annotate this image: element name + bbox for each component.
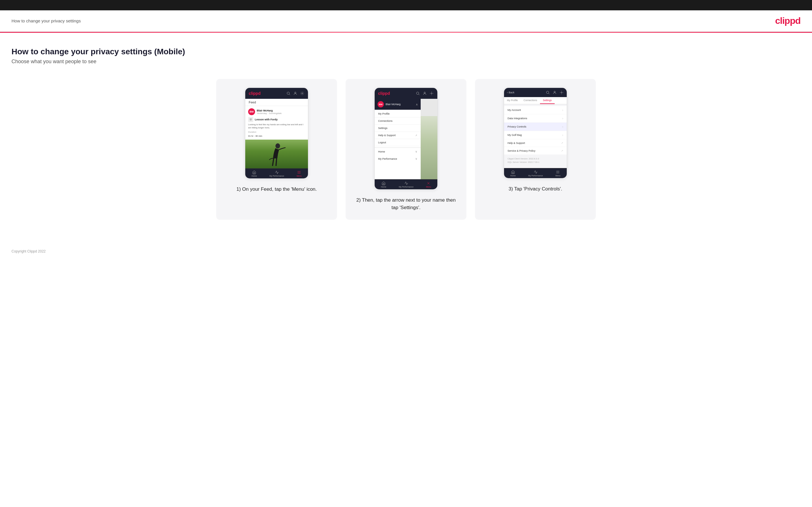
- feed-image: [245, 139, 308, 168]
- settings-item-my-account-label: My Account: [507, 109, 521, 111]
- nav-menu: Menu: [297, 170, 302, 177]
- settings-header-bar: ‹ Back: [504, 88, 567, 97]
- svg-point-11: [431, 93, 432, 94]
- phone-2-bottom-nav: Home My Performance Menu: [375, 179, 437, 189]
- svg-line-15: [549, 93, 550, 94]
- nav3-menu-label: Menu: [556, 175, 561, 177]
- settings-tabs: My Profile Connections Settings: [504, 97, 567, 104]
- search-icon-3: [546, 90, 550, 95]
- phone-2-icons: [415, 91, 434, 96]
- feed-user-name: Blair McHarg: [257, 109, 282, 112]
- nav-home-label: Home: [252, 175, 257, 177]
- feed-user-meta: Yesterday · Sunningdale: [257, 112, 282, 115]
- privacy-controls-chevron: ›: [562, 125, 563, 128]
- feed-post-title-row: Lesson with Fordy: [248, 117, 305, 122]
- svg-point-16: [554, 91, 556, 93]
- menu-nav-home: Home ∨: [375, 148, 421, 155]
- settings-icon-3: [559, 90, 564, 95]
- menu-user-left: BM Blair McHarg: [377, 101, 401, 107]
- phone-1-icons: [286, 91, 305, 96]
- feed-post-title: Lesson with Fordy: [255, 118, 278, 121]
- nav2-performance: My Performance: [399, 181, 413, 188]
- menu-user-chevron: ∧: [416, 103, 418, 106]
- service-privacy-external: ↗: [561, 149, 563, 152]
- copyright: Copyright Clippd 2022: [11, 249, 46, 253]
- lesson-icon: [248, 117, 253, 122]
- nav-home: Home: [252, 170, 257, 177]
- user-icon: [293, 91, 298, 96]
- menu-item-my-profile: My Profile: [375, 110, 421, 117]
- phone-1-mockup: clippd Feed: [245, 88, 308, 179]
- step-3-caption: 3) Tap 'Privacy Controls'.: [509, 185, 562, 193]
- nav3-performance-label: My Performance: [528, 175, 543, 177]
- menu-nav-section: Home ∨ My Performance ∨: [375, 147, 421, 162]
- menu-item-logout: Logout: [375, 139, 421, 146]
- nav-performance-label: My Performance: [269, 175, 284, 177]
- phone-3-icons: [546, 90, 564, 95]
- menu-user-row: BM Blair McHarg ∧: [375, 99, 421, 110]
- back-label: Back: [509, 91, 514, 94]
- tab-connections[interactable]: Connections: [521, 97, 540, 104]
- menu-nav-performance: My Performance ∨: [375, 155, 421, 162]
- help-support-external: ↗: [561, 142, 563, 145]
- feed-user-info: Blair McHarg Yesterday · Sunningdale: [257, 109, 282, 115]
- menu-user-avatar: BM: [377, 101, 384, 107]
- settings-item-my-golf-bag-label: My Golf Bag: [507, 133, 522, 136]
- phone-3-mockup: ‹ Back: [504, 88, 567, 178]
- nav2-home: Home: [381, 181, 387, 188]
- phone-2-header: clippd: [375, 88, 437, 99]
- step-2-card: clippd: [346, 79, 466, 220]
- footer: Copyright Clippd 2022: [0, 243, 812, 260]
- phone-1-header: clippd: [245, 88, 308, 99]
- steps-container: clippd Feed: [11, 79, 801, 220]
- golf-bag-chevron: ›: [562, 133, 563, 137]
- settings-item-privacy-controls[interactable]: Privacy Controls ›: [504, 123, 567, 131]
- menu-background: BM Blair McHarg ∧ My Profile Connections…: [375, 99, 437, 179]
- svg-line-9: [419, 94, 419, 95]
- logo: clippd: [775, 15, 801, 26]
- menu-item-help: Help & Support: [375, 132, 421, 139]
- settings-item-data-integrations[interactable]: Data Integrations ›: [504, 114, 567, 122]
- settings-item-service-privacy[interactable]: Service & Privacy Policy ↗: [504, 147, 567, 155]
- phone-1-bottom-nav: Home My Performance Menu: [245, 168, 308, 178]
- nav2-performance-label: My Performance: [399, 186, 413, 188]
- search-icon: [286, 91, 291, 96]
- nav2-menu-close: Menu: [426, 181, 431, 188]
- main-content: How to change your privacy settings (Mob…: [0, 33, 812, 231]
- settings-item-help-support-label: Help & Support: [507, 142, 525, 145]
- search-icon-2: [415, 91, 420, 96]
- svg-line-1: [289, 94, 290, 95]
- svg-point-8: [416, 92, 419, 94]
- settings-item-my-account[interactable]: My Account ›: [504, 106, 567, 114]
- tab-my-profile[interactable]: My Profile: [504, 97, 521, 104]
- top-bar: [0, 0, 812, 10]
- settings-item-privacy-controls-label: Privacy Controls: [507, 125, 526, 128]
- menu-item-connections: Connections: [375, 117, 421, 125]
- back-chevron: ‹: [507, 91, 508, 94]
- svg-point-4: [275, 143, 280, 149]
- menu-nav-home-expand: ∨: [415, 150, 417, 153]
- feed-post-text: Looking to feel like my hands are exitin…: [248, 123, 305, 129]
- menu-user-name: Blair McHarg: [386, 103, 401, 106]
- svg-point-14: [546, 91, 549, 93]
- feed-tab: Feed: [245, 99, 308, 106]
- settings-item-help-support[interactable]: Help & Support ↗: [504, 139, 567, 147]
- svg-point-3: [302, 93, 303, 94]
- step-3-card: ‹ Back: [475, 79, 596, 220]
- svg-point-17: [561, 92, 562, 93]
- feed-post: BM Blair McHarg Yesterday · Sunningdale …: [245, 106, 308, 139]
- header-title: How to change your privacy settings: [11, 18, 81, 23]
- tab-settings[interactable]: Settings: [540, 97, 555, 104]
- phone-2-mockup: clippd: [374, 88, 438, 189]
- settings-icon-2: [429, 91, 434, 96]
- feed-duration-value: 01 hr : 30 min: [248, 135, 305, 137]
- page-subheading: Choose what you want people to see: [11, 59, 801, 65]
- data-integrations-chevron: ›: [562, 117, 563, 120]
- settings-item-my-golf-bag[interactable]: My Golf Bag ›: [504, 131, 567, 139]
- menu-nav-perf-label: My Performance: [378, 157, 397, 160]
- step-1-caption: 1) On your Feed, tap the 'Menu' icon.: [236, 185, 317, 193]
- nav3-menu: Menu: [556, 170, 561, 177]
- feed-user-row: BM Blair McHarg Yesterday · Sunningdale: [248, 108, 305, 115]
- menu-panel: BM Blair McHarg ∧ My Profile Connections…: [375, 99, 421, 179]
- menu-item-settings: Settings: [375, 125, 421, 132]
